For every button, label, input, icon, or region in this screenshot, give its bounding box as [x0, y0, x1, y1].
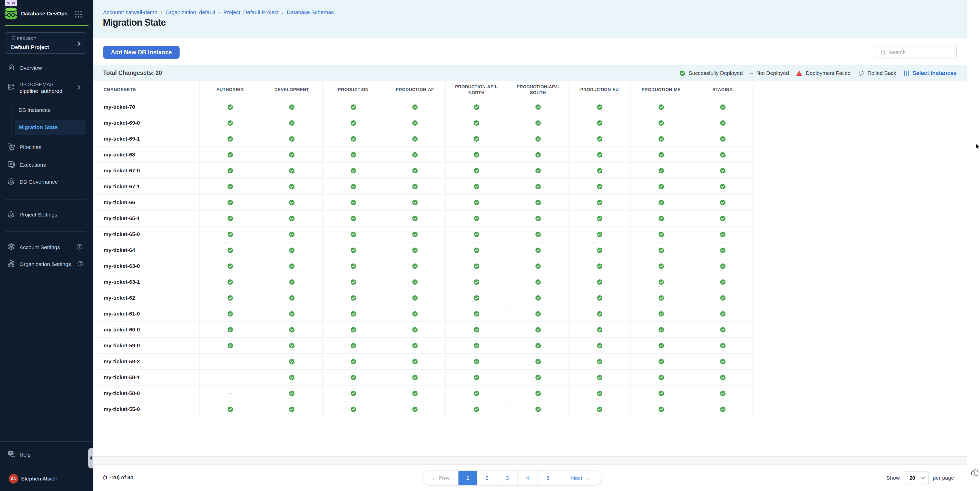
- svg-text:?: ?: [10, 452, 12, 455]
